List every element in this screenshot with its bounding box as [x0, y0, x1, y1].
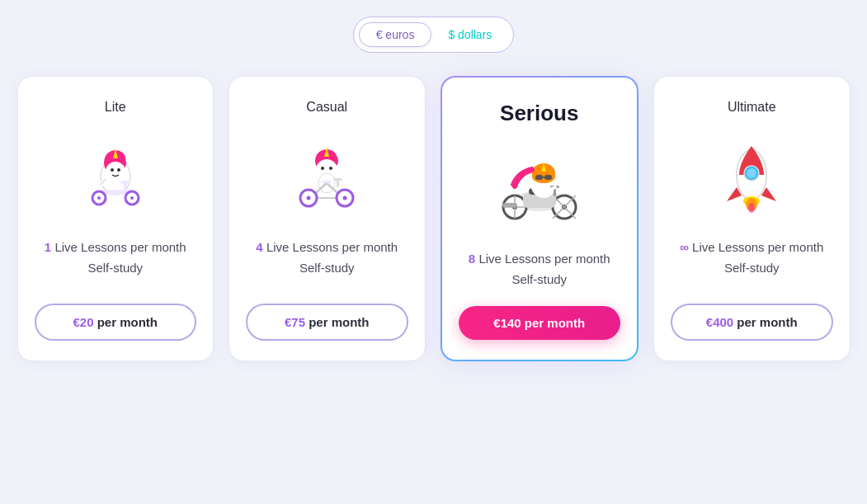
- plan-title-lite: Lite: [105, 100, 126, 115]
- casual-selfstudy: Self-study: [256, 261, 398, 275]
- ultimate-features: ∞ Live Lessons per month Self-study: [680, 238, 823, 284]
- casual-lessons: 4 Live Lessons per month: [256, 238, 398, 257]
- casual-image: [281, 130, 372, 220]
- svg-point-13: [97, 196, 101, 200]
- serious-image: [494, 141, 585, 232]
- lite-image: [70, 130, 161, 220]
- lite-price-button[interactable]: €20 per month: [35, 304, 197, 341]
- serious-price-button[interactable]: €140 per month: [459, 306, 621, 340]
- svg-point-22: [321, 167, 324, 170]
- plan-title-casual: Casual: [306, 100, 347, 115]
- currency-toggle[interactable]: € euros $ dollars: [353, 16, 515, 53]
- svg-point-7: [117, 168, 120, 172]
- ultimate-price-button[interactable]: €400 per month: [671, 304, 833, 341]
- casual-price-button[interactable]: €75 per month: [246, 304, 408, 341]
- serious-selfstudy: Self-study: [469, 272, 610, 286]
- plan-card-casual: Casual: [229, 76, 426, 361]
- plan-card-lite: Lite: [17, 76, 214, 361]
- svg-point-23: [329, 167, 332, 170]
- svg-point-14: [130, 196, 134, 200]
- dollars-button[interactable]: $ dollars: [431, 23, 508, 46]
- ultimate-image: [706, 130, 797, 220]
- lite-selfstudy: Self-study: [45, 261, 186, 275]
- svg-rect-16: [120, 181, 130, 184]
- svg-rect-33: [333, 178, 342, 181]
- ultimate-selfstudy: Self-study: [680, 261, 823, 275]
- plan-card-ultimate: Ultimate ∞ Liv: [653, 76, 851, 361]
- lite-lessons: 1 Live Lessons per month: [45, 238, 186, 257]
- lite-features: 1 Live Lessons per month Self-study: [45, 238, 186, 284]
- svg-point-30: [307, 196, 311, 200]
- ultimate-lessons: ∞ Live Lessons per month: [680, 238, 823, 257]
- svg-rect-51: [544, 175, 552, 180]
- plans-container: Lite: [17, 76, 851, 361]
- svg-rect-44: [502, 203, 517, 207]
- svg-point-5: [106, 162, 125, 181]
- plan-title-ultimate: Ultimate: [728, 100, 776, 115]
- casual-features: 4 Live Lessons per month Self-study: [256, 238, 398, 284]
- serious-features: 8 Live Lessons per month Self-study: [469, 250, 610, 286]
- svg-point-31: [343, 196, 347, 200]
- plan-card-serious: Serious: [441, 76, 639, 361]
- svg-rect-34: [322, 181, 332, 183]
- svg-line-56: [550, 187, 555, 190]
- euros-button[interactable]: € euros: [359, 22, 432, 47]
- svg-rect-50: [535, 175, 543, 180]
- svg-point-59: [747, 168, 756, 178]
- plan-title-serious: Serious: [500, 101, 578, 126]
- svg-point-62: [748, 203, 755, 213]
- svg-point-6: [111, 168, 114, 172]
- serious-lessons: 8 Live Lessons per month: [469, 250, 610, 269]
